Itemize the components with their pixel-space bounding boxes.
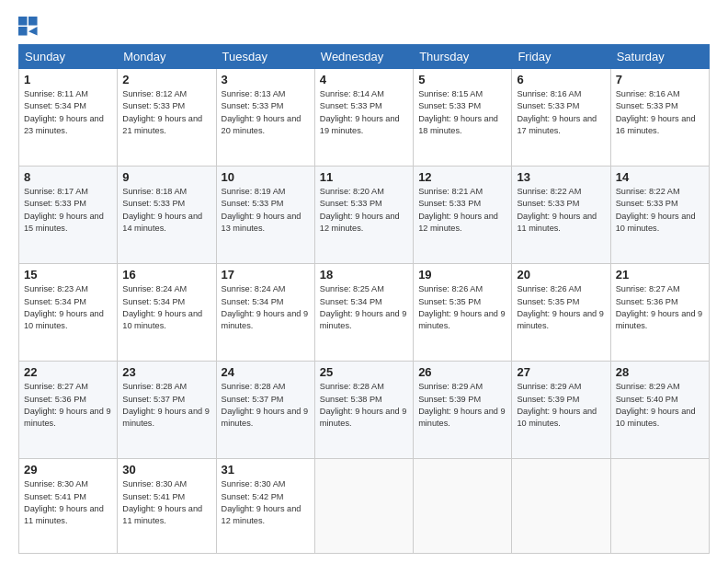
- day-info: Sunrise: 8:29 AM Sunset: 5:40 PM Dayligh…: [616, 381, 704, 430]
- sunset-label: Sunset: 5:39 PM: [418, 395, 481, 404]
- calendar-cell: 25 Sunrise: 8:28 AM Sunset: 5:38 PM Dayl…: [314, 362, 413, 459]
- calendar-cell: 20 Sunrise: 8:26 AM Sunset: 5:35 PM Dayl…: [512, 264, 610, 362]
- sunrise-label: Sunrise: 8:26 AM: [517, 284, 581, 293]
- day-info: Sunrise: 8:30 AM Sunset: 5:41 PM Dayligh…: [24, 478, 112, 527]
- col-header-saturday: Saturday: [610, 45, 709, 69]
- calendar-cell: 26 Sunrise: 8:29 AM Sunset: 5:39 PM Dayl…: [414, 362, 512, 459]
- sunrise-label: Sunrise: 8:18 AM: [122, 187, 187, 196]
- sunset-label: Sunset: 5:39 PM: [517, 395, 579, 404]
- sunset-label: Sunset: 5:33 PM: [320, 199, 382, 208]
- day-number: 21: [616, 268, 704, 282]
- sunrise-label: Sunrise: 8:27 AM: [616, 284, 680, 293]
- sunset-label: Sunset: 5:36 PM: [24, 395, 86, 404]
- day-info: Sunrise: 8:28 AM Sunset: 5:38 PM Dayligh…: [320, 381, 408, 430]
- daylight-label: Daylight: 9 hours and 9 minutes.: [418, 407, 506, 428]
- sunset-label: Sunset: 5:40 PM: [616, 395, 678, 404]
- day-info: Sunrise: 8:26 AM Sunset: 5:35 PM Dayligh…: [418, 283, 506, 332]
- day-number: 27: [517, 365, 605, 379]
- day-number: 12: [418, 170, 506, 184]
- day-info: Sunrise: 8:11 AM Sunset: 5:34 PM Dayligh…: [24, 88, 112, 137]
- col-header-sunday: Sunday: [19, 45, 118, 69]
- svg-rect-1: [28, 17, 38, 26]
- day-number: 28: [616, 365, 704, 379]
- day-number: 8: [24, 170, 112, 184]
- page: SundayMondayTuesdayWednesdayThursdayFrid…: [0, 0, 728, 563]
- col-header-friday: Friday: [512, 45, 610, 69]
- svg-rect-2: [18, 27, 28, 36]
- calendar-cell: 29 Sunrise: 8:30 AM Sunset: 5:41 PM Dayl…: [19, 459, 118, 554]
- sunset-label: Sunset: 5:33 PM: [517, 101, 579, 110]
- day-info: Sunrise: 8:14 AM Sunset: 5:33 PM Dayligh…: [320, 88, 408, 137]
- daylight-label: Daylight: 9 hours and 23 minutes.: [24, 114, 104, 135]
- day-info: Sunrise: 8:21 AM Sunset: 5:33 PM Dayligh…: [418, 186, 506, 235]
- day-info: Sunrise: 8:28 AM Sunset: 5:37 PM Dayligh…: [222, 381, 310, 430]
- logo: [18, 17, 42, 37]
- calendar-cell: 5 Sunrise: 8:15 AM Sunset: 5:33 PM Dayli…: [414, 69, 512, 167]
- sunset-label: Sunset: 5:35 PM: [517, 297, 579, 306]
- day-info: Sunrise: 8:18 AM Sunset: 5:33 PM Dayligh…: [122, 186, 210, 235]
- calendar-cell: [512, 459, 610, 554]
- daylight-label: Daylight: 9 hours and 9 minutes.: [616, 309, 703, 330]
- day-number: 15: [24, 268, 112, 282]
- calendar-cell: 2 Sunrise: 8:12 AM Sunset: 5:33 PM Dayli…: [118, 69, 216, 167]
- daylight-label: Daylight: 9 hours and 13 minutes.: [222, 212, 301, 233]
- day-info: Sunrise: 8:20 AM Sunset: 5:33 PM Dayligh…: [320, 186, 408, 235]
- sunrise-label: Sunrise: 8:25 AM: [320, 284, 384, 293]
- day-info: Sunrise: 8:22 AM Sunset: 5:33 PM Dayligh…: [517, 186, 605, 235]
- day-info: Sunrise: 8:27 AM Sunset: 5:36 PM Dayligh…: [616, 283, 704, 332]
- day-number: 29: [24, 463, 112, 477]
- day-number: 13: [517, 170, 605, 184]
- day-info: Sunrise: 8:29 AM Sunset: 5:39 PM Dayligh…: [517, 381, 605, 430]
- sunset-label: Sunset: 5:41 PM: [122, 492, 185, 501]
- calendar-week-3: 15 Sunrise: 8:23 AM Sunset: 5:34 PM Dayl…: [19, 264, 710, 362]
- day-info: Sunrise: 8:26 AM Sunset: 5:35 PM Dayligh…: [517, 283, 605, 332]
- day-number: 17: [222, 268, 310, 282]
- calendar-cell: 19 Sunrise: 8:26 AM Sunset: 5:35 PM Dayl…: [414, 264, 512, 362]
- day-info: Sunrise: 8:24 AM Sunset: 5:34 PM Dayligh…: [122, 283, 210, 332]
- daylight-label: Daylight: 9 hours and 18 minutes.: [418, 114, 498, 135]
- daylight-label: Daylight: 9 hours and 12 minutes.: [418, 212, 498, 233]
- daylight-label: Daylight: 9 hours and 9 minutes.: [517, 309, 604, 330]
- sunrise-label: Sunrise: 8:13 AM: [222, 89, 286, 98]
- day-info: Sunrise: 8:16 AM Sunset: 5:33 PM Dayligh…: [517, 88, 605, 137]
- calendar-cell: 23 Sunrise: 8:28 AM Sunset: 5:37 PM Dayl…: [118, 362, 216, 459]
- day-number: 26: [418, 365, 506, 379]
- day-number: 24: [222, 365, 310, 379]
- calendar-cell: 31 Sunrise: 8:30 AM Sunset: 5:42 PM Dayl…: [216, 459, 314, 554]
- calendar-cell: 1 Sunrise: 8:11 AM Sunset: 5:34 PM Dayli…: [19, 69, 118, 167]
- daylight-label: Daylight: 9 hours and 19 minutes.: [320, 114, 400, 135]
- day-number: 16: [122, 268, 210, 282]
- sunset-label: Sunset: 5:33 PM: [222, 199, 284, 208]
- daylight-label: Daylight: 9 hours and 16 minutes.: [616, 114, 696, 135]
- sunrise-label: Sunrise: 8:14 AM: [320, 89, 384, 98]
- daylight-label: Daylight: 9 hours and 14 minutes.: [122, 212, 202, 233]
- calendar-cell: 28 Sunrise: 8:29 AM Sunset: 5:40 PM Dayl…: [610, 362, 709, 459]
- sunset-label: Sunset: 5:33 PM: [320, 101, 382, 110]
- header: [18, 17, 710, 37]
- svg-rect-0: [18, 17, 28, 26]
- day-info: Sunrise: 8:30 AM Sunset: 5:42 PM Dayligh…: [222, 478, 310, 527]
- svg-marker-3: [28, 27, 38, 36]
- day-number: 20: [517, 268, 605, 282]
- daylight-label: Daylight: 9 hours and 20 minutes.: [222, 114, 301, 135]
- sunset-label: Sunset: 5:33 PM: [616, 101, 678, 110]
- sunset-label: Sunset: 5:33 PM: [122, 199, 185, 208]
- day-number: 2: [122, 73, 210, 86]
- daylight-label: Daylight: 9 hours and 9 minutes.: [222, 407, 309, 428]
- daylight-label: Daylight: 9 hours and 11 minutes.: [517, 212, 597, 233]
- day-number: 1: [24, 73, 112, 86]
- daylight-label: Daylight: 9 hours and 12 minutes.: [222, 504, 301, 525]
- calendar-cell: [610, 459, 709, 554]
- day-info: Sunrise: 8:17 AM Sunset: 5:33 PM Dayligh…: [24, 186, 112, 235]
- sunrise-label: Sunrise: 8:30 AM: [122, 479, 187, 488]
- sunset-label: Sunset: 5:38 PM: [320, 395, 382, 404]
- day-number: 6: [517, 73, 605, 86]
- sunrise-label: Sunrise: 8:28 AM: [320, 382, 384, 391]
- calendar-header-row: SundayMondayTuesdayWednesdayThursdayFrid…: [19, 45, 710, 69]
- day-info: Sunrise: 8:29 AM Sunset: 5:39 PM Dayligh…: [418, 381, 506, 430]
- col-header-thursday: Thursday: [414, 45, 512, 69]
- daylight-label: Daylight: 9 hours and 11 minutes.: [122, 504, 202, 525]
- calendar-cell: 3 Sunrise: 8:13 AM Sunset: 5:33 PM Dayli…: [216, 69, 314, 167]
- day-number: 11: [320, 170, 408, 184]
- day-number: 10: [222, 170, 310, 184]
